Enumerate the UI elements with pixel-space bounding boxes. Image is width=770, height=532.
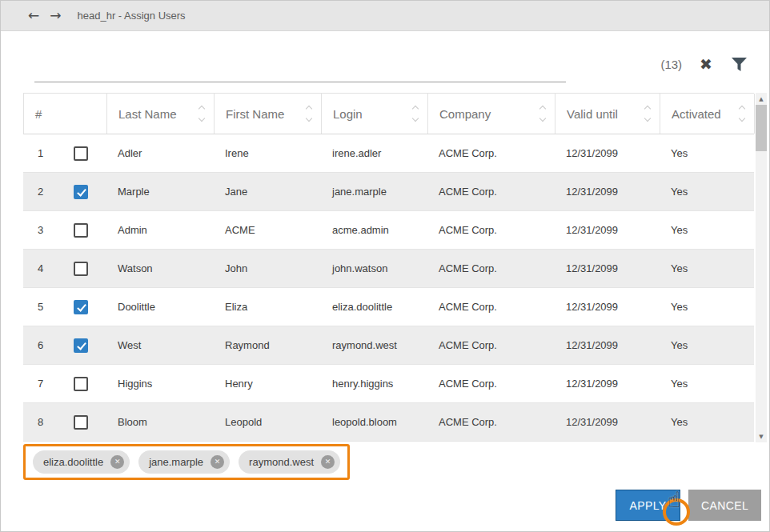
scroll-down-icon[interactable]: ▼ (756, 430, 767, 442)
col-header-label: Last Name (118, 107, 177, 121)
chip-remove-icon[interactable]: ✕ (321, 455, 335, 469)
filter-input[interactable] (34, 46, 566, 82)
forward-icon[interactable]: → (50, 9, 61, 22)
cell-login: jane.marple (321, 173, 427, 210)
selected-user-chip: raymond.west ✕ (239, 450, 340, 474)
chip-remove-icon[interactable]: ✕ (211, 455, 224, 469)
cell-activated: Yes (660, 173, 754, 210)
scrollbar-thumb[interactable] (756, 105, 767, 151)
row-checkbox[interactable] (74, 262, 88, 276)
selected-user-chip: jane.marple ✕ (138, 450, 230, 474)
table-row[interactable]: 7 Higgins Henry henry.higgins ACME Corp.… (23, 365, 754, 403)
sort-icon (413, 106, 418, 121)
cell-company: ACME Corp. (427, 134, 555, 172)
cell-first-name: Henry (214, 365, 321, 402)
cell-first-name: Irene (214, 134, 321, 172)
table-scrollbar[interactable]: ▲ ▼ (756, 93, 767, 442)
back-icon[interactable]: ← (28, 9, 39, 22)
col-header-login[interactable]: Login (322, 94, 428, 134)
row-number: 5 (23, 288, 55, 326)
cell-activated: Yes (660, 326, 754, 364)
cell-company: ACME Corp. (427, 365, 555, 402)
table-row[interactable]: 5 Doolittle Eliza eliza.doolittle ACME C… (23, 288, 754, 326)
cancel-button[interactable]: CANCEL (688, 490, 761, 521)
cell-login: eliza.doolittle (321, 288, 427, 326)
cell-company: ACME Corp. (427, 211, 555, 249)
col-header-label: Activated (672, 107, 721, 121)
sort-chevron-down (306, 115, 312, 122)
table-row[interactable]: 2 Marple Jane jane.marple ACME Corp. 12/… (23, 173, 754, 211)
sort-chevron-down (199, 115, 205, 122)
scroll-up-icon[interactable]: ▲ (756, 93, 767, 105)
sort-chevron-up (739, 106, 745, 112)
cell-activated: Yes (660, 134, 754, 172)
cell-last-name: Marple (106, 173, 214, 210)
row-checkbox[interactable] (74, 338, 88, 353)
cell-last-name: Watson (106, 250, 214, 287)
table-row[interactable]: 1 Adler Irene irene.adler ACME Corp. 12/… (23, 134, 754, 173)
sort-icon (740, 106, 744, 121)
row-number: 6 (23, 326, 55, 364)
sort-chevron-up (539, 106, 546, 112)
col-header-last-name[interactable]: Last Name (107, 94, 215, 134)
cell-valid-until: 12/31/2099 (555, 173, 660, 210)
table-row[interactable]: 6 West Raymond raymond.west ACME Corp. 1… (23, 326, 754, 365)
row-number: 7 (23, 365, 55, 402)
table-row[interactable]: 4 Watson John john.watson ACME Corp. 12/… (23, 250, 754, 288)
cell-company: ACME Corp. (427, 250, 555, 287)
row-checkbox-cell (55, 365, 106, 402)
assign-users-dialog: ← → head_hr - Assign Users (13) ✖ # Last… (0, 0, 770, 532)
row-checkbox-cell (55, 326, 106, 364)
apply-button[interactable]: APPLY (616, 490, 680, 521)
cell-valid-until: 12/31/2099 (555, 365, 660, 402)
col-header-first-name[interactable]: First Name (215, 94, 322, 134)
cell-login: irene.adler (321, 134, 427, 172)
col-header-valid-until[interactable]: Valid until (555, 94, 660, 134)
col-header-number: # (24, 94, 107, 134)
row-checkbox[interactable] (74, 223, 88, 238)
chip-label: raymond.west (249, 456, 314, 468)
row-number: 1 (23, 134, 55, 172)
sort-icon (645, 106, 650, 121)
cell-activated: Yes (660, 288, 754, 326)
cell-first-name: Leopold (214, 403, 321, 441)
filter-funnel-icon[interactable] (732, 58, 747, 71)
cell-login: john.watson (321, 250, 427, 287)
row-checkbox[interactable] (74, 300, 88, 314)
col-header-label: Valid until (567, 107, 618, 121)
chip-remove-icon[interactable]: ✕ (110, 455, 124, 469)
cell-first-name: Jane (214, 173, 321, 210)
sort-chevron-down (539, 115, 546, 122)
col-header-label: Company (439, 107, 491, 121)
cell-last-name: Higgins (106, 365, 214, 402)
dialog-actions: APPLY CANCEL (616, 490, 761, 521)
table-header: # Last Name First Name Login Company Val… (23, 93, 754, 134)
chip-label: eliza.doolittle (43, 456, 103, 468)
col-header-company[interactable]: Company (428, 94, 555, 134)
cell-last-name: Admin (106, 211, 214, 249)
row-checkbox[interactable] (74, 185, 88, 199)
row-number: 8 (23, 403, 55, 441)
col-header-label: Login (333, 107, 363, 121)
sort-chevron-down (412, 115, 419, 122)
col-header-activated[interactable]: Activated (660, 94, 755, 134)
table-row[interactable]: 8 Bloom Leopold leopold.bloom ACME Corp.… (23, 403, 754, 442)
cell-valid-until: 12/31/2099 (555, 288, 660, 326)
row-checkbox[interactable] (74, 415, 88, 430)
cell-login: leopold.bloom (321, 403, 427, 441)
clear-filter-icon[interactable]: ✖ (700, 57, 712, 72)
row-checkbox-cell (55, 403, 106, 441)
sort-icon (199, 106, 204, 121)
cell-valid-until: 12/31/2099 (555, 211, 660, 249)
cell-valid-until: 12/31/2099 (555, 403, 660, 441)
cell-first-name: ACME (214, 211, 321, 249)
cell-activated: Yes (660, 403, 754, 441)
row-checkbox[interactable] (74, 377, 88, 391)
users-table: # Last Name First Name Login Company Val… (23, 93, 754, 442)
sort-chevron-up (199, 106, 205, 112)
sort-chevron-up (306, 106, 312, 112)
sort-chevron-up (412, 106, 419, 112)
table-row[interactable]: 3 Admin ACME acme.admin ACME Corp. 12/31… (23, 211, 754, 250)
cell-valid-until: 12/31/2099 (555, 250, 660, 287)
row-checkbox[interactable] (74, 146, 88, 161)
